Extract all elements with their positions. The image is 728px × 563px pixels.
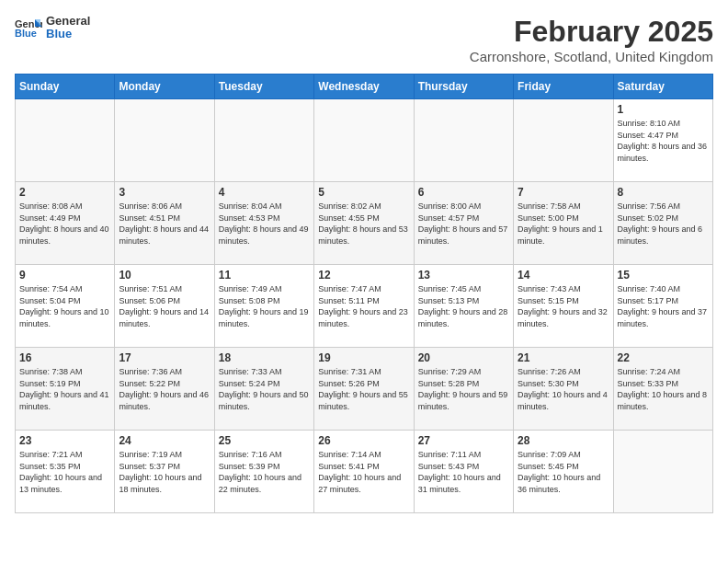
day-info: Sunrise: 7:56 AM Sunset: 5:02 PM Dayligh… [618,201,709,247]
day-info: Sunrise: 7:38 AM Sunset: 5:19 PM Dayligh… [19,366,110,412]
calendar-week-row: 1Sunrise: 8:10 AM Sunset: 4:47 PM Daylig… [16,99,713,182]
calendar-cell [613,431,712,513]
calendar-week-row: 23Sunrise: 7:21 AM Sunset: 5:35 PM Dayli… [16,431,713,513]
day-number: 9 [19,269,110,282]
calendar-cell: 6Sunrise: 8:00 AM Sunset: 4:57 PM Daylig… [414,182,513,265]
day-number: 25 [219,434,310,447]
day-info: Sunrise: 7:21 AM Sunset: 5:35 PM Dayligh… [19,449,110,495]
day-info: Sunrise: 7:58 AM Sunset: 5:00 PM Dayligh… [518,201,609,247]
logo-general-text: General [46,15,90,28]
day-number: 13 [418,269,509,282]
calendar-cell: 27Sunrise: 7:11 AM Sunset: 5:43 PM Dayli… [414,431,513,513]
calendar-cell: 9Sunrise: 7:54 AM Sunset: 5:04 PM Daylig… [16,265,115,348]
calendar-week-row: 2Sunrise: 8:08 AM Sunset: 4:49 PM Daylig… [16,182,713,265]
calendar-cell: 24Sunrise: 7:19 AM Sunset: 5:37 PM Dayli… [115,431,214,513]
day-info: Sunrise: 7:31 AM Sunset: 5:26 PM Dayligh… [318,366,409,412]
day-number: 3 [119,186,210,199]
day-number: 17 [119,351,210,364]
calendar-cell [314,99,414,182]
day-number: 28 [518,434,609,447]
calendar-cell: 8Sunrise: 7:56 AM Sunset: 5:02 PM Daylig… [613,182,712,265]
day-info: Sunrise: 8:00 AM Sunset: 4:57 PM Dayligh… [418,201,509,247]
col-header-friday: Friday [514,75,613,99]
calendar-cell: 22Sunrise: 7:24 AM Sunset: 5:33 PM Dayli… [613,348,712,431]
calendar-cell: 17Sunrise: 7:36 AM Sunset: 5:22 PM Dayli… [115,348,214,431]
day-number: 4 [219,186,310,199]
calendar-location: Carronshore, Scotland, United Kingdom [470,49,713,64]
day-info: Sunrise: 7:16 AM Sunset: 5:39 PM Dayligh… [219,449,310,495]
col-header-wednesday: Wednesday [314,75,414,99]
day-number: 11 [219,269,310,282]
day-info: Sunrise: 7:49 AM Sunset: 5:08 PM Dayligh… [219,283,310,329]
day-number: 6 [418,186,509,199]
calendar-cell: 20Sunrise: 7:29 AM Sunset: 5:28 PM Dayli… [414,348,513,431]
day-info: Sunrise: 7:26 AM Sunset: 5:30 PM Dayligh… [518,366,609,412]
day-info: Sunrise: 7:51 AM Sunset: 5:06 PM Dayligh… [119,283,210,329]
day-info: Sunrise: 7:19 AM Sunset: 5:37 PM Dayligh… [119,449,210,495]
calendar-cell: 21Sunrise: 7:26 AM Sunset: 5:30 PM Dayli… [514,348,613,431]
calendar-cell [115,99,214,182]
day-info: Sunrise: 7:54 AM Sunset: 5:04 PM Dayligh… [19,283,110,329]
day-number: 8 [618,186,709,199]
title-area: February 2025 Carronshore, Scotland, Uni… [470,15,713,64]
calendar-cell: 4Sunrise: 8:04 AM Sunset: 4:53 PM Daylig… [214,182,313,265]
day-number: 21 [518,351,609,364]
day-number: 7 [518,186,609,199]
day-info: Sunrise: 8:06 AM Sunset: 4:51 PM Dayligh… [119,201,210,247]
calendar-cell: 1Sunrise: 8:10 AM Sunset: 4:47 PM Daylig… [613,99,712,182]
day-number: 15 [618,269,709,282]
logo: General Blue General Blue [15,15,90,41]
day-info: Sunrise: 7:33 AM Sunset: 5:24 PM Dayligh… [219,366,310,412]
day-number: 10 [119,269,210,282]
day-info: Sunrise: 7:09 AM Sunset: 5:45 PM Dayligh… [518,449,609,495]
calendar-cell [214,99,313,182]
day-number: 20 [418,351,509,364]
col-header-sunday: Sunday [16,75,115,99]
day-info: Sunrise: 8:10 AM Sunset: 4:47 PM Dayligh… [618,118,709,164]
day-number: 16 [19,351,110,364]
day-info: Sunrise: 7:29 AM Sunset: 5:28 PM Dayligh… [418,366,509,412]
day-info: Sunrise: 7:40 AM Sunset: 5:17 PM Dayligh… [618,283,709,329]
day-info: Sunrise: 7:45 AM Sunset: 5:13 PM Dayligh… [418,283,509,329]
day-number: 23 [19,434,110,447]
svg-text:Blue: Blue [15,28,37,38]
day-number: 19 [318,351,409,364]
calendar-cell [414,99,513,182]
day-number: 27 [418,434,509,447]
calendar-cell: 28Sunrise: 7:09 AM Sunset: 5:45 PM Dayli… [514,431,613,513]
day-info: Sunrise: 7:36 AM Sunset: 5:22 PM Dayligh… [119,366,210,412]
col-header-monday: Monday [115,75,214,99]
day-number: 22 [618,351,709,364]
calendar-cell [16,99,115,182]
calendar-cell: 26Sunrise: 7:14 AM Sunset: 5:41 PM Dayli… [314,431,414,513]
day-info: Sunrise: 7:11 AM Sunset: 5:43 PM Dayligh… [418,449,509,495]
calendar-cell: 2Sunrise: 8:08 AM Sunset: 4:49 PM Daylig… [16,182,115,265]
calendar-cell: 11Sunrise: 7:49 AM Sunset: 5:08 PM Dayli… [214,265,313,348]
day-info: Sunrise: 7:47 AM Sunset: 5:11 PM Dayligh… [318,283,409,329]
logo-blue-text: Blue [46,28,90,40]
calendar-week-row: 9Sunrise: 7:54 AM Sunset: 5:04 PM Daylig… [16,265,713,348]
col-header-thursday: Thursday [414,75,513,99]
calendar-cell: 7Sunrise: 7:58 AM Sunset: 5:00 PM Daylig… [514,182,613,265]
col-header-saturday: Saturday [613,75,712,99]
day-info: Sunrise: 8:02 AM Sunset: 4:55 PM Dayligh… [318,201,409,247]
calendar-cell: 18Sunrise: 7:33 AM Sunset: 5:24 PM Dayli… [214,348,313,431]
calendar-cell: 13Sunrise: 7:45 AM Sunset: 5:13 PM Dayli… [414,265,513,348]
calendar-header-row: SundayMondayTuesdayWednesdayThursdayFrid… [16,75,713,99]
calendar-week-row: 16Sunrise: 7:38 AM Sunset: 5:19 PM Dayli… [16,348,713,431]
day-number: 2 [19,186,110,199]
calendar-cell: 10Sunrise: 7:51 AM Sunset: 5:06 PM Dayli… [115,265,214,348]
calendar-cell: 23Sunrise: 7:21 AM Sunset: 5:35 PM Dayli… [16,431,115,513]
calendar-cell: 15Sunrise: 7:40 AM Sunset: 5:17 PM Dayli… [613,265,712,348]
calendar-cell: 14Sunrise: 7:43 AM Sunset: 5:15 PM Dayli… [514,265,613,348]
day-number: 14 [518,269,609,282]
page-header: General Blue General Blue February 2025 … [15,15,713,64]
day-info: Sunrise: 7:14 AM Sunset: 5:41 PM Dayligh… [318,449,409,495]
calendar-cell [514,99,613,182]
day-info: Sunrise: 7:24 AM Sunset: 5:33 PM Dayligh… [618,366,709,412]
calendar-cell: 25Sunrise: 7:16 AM Sunset: 5:39 PM Dayli… [214,431,313,513]
logo-icon: General Blue [15,17,42,38]
day-number: 5 [318,186,409,199]
calendar-cell: 19Sunrise: 7:31 AM Sunset: 5:26 PM Dayli… [314,348,414,431]
day-number: 1 [618,103,709,116]
